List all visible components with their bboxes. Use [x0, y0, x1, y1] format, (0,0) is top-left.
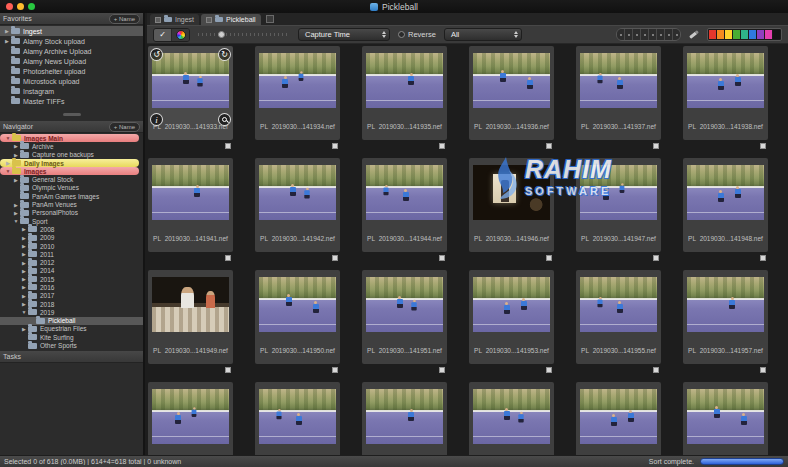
disclosure-icon[interactable]: ▶ — [21, 326, 27, 332]
thumbnail-cell[interactable]: PL_2019030...141946.nef — [469, 158, 554, 252]
selection-checkbox[interactable] — [546, 367, 552, 373]
photo-thumbnail[interactable] — [366, 165, 443, 220]
selection-checkbox[interactable] — [760, 367, 766, 373]
favorites-item[interactable]: Microstock upload — [0, 76, 143, 86]
disclosure-icon[interactable]: ▶ — [4, 28, 10, 34]
tree-item[interactable]: ▶2016 — [0, 283, 143, 291]
tree-item[interactable]: ▶2017 — [0, 292, 143, 300]
favorites-scrollbar[interactable] — [0, 107, 143, 121]
tree-item[interactable]: ▶2018 — [0, 300, 143, 308]
rating-segment-button[interactable] — [617, 29, 625, 40]
disclosure-icon[interactable]: ▶ — [13, 202, 19, 208]
disclosure-icon[interactable]: ▼ — [21, 309, 27, 315]
tree-item[interactable]: Pickleball — [0, 317, 143, 325]
photo-thumbnail[interactable] — [259, 165, 336, 220]
thumbnail-cell[interactable]: PL_2019030...141938.nef — [683, 46, 768, 140]
favorites-item[interactable]: Photoshelter upload — [0, 66, 143, 76]
photo-thumbnail[interactable] — [580, 389, 657, 444]
thumbnail-cell[interactable]: PL_2019030...141934.nef — [255, 46, 340, 140]
color-class-swatch[interactable] — [749, 30, 756, 39]
color-class-swatch[interactable] — [773, 30, 780, 39]
thumbnail-cell[interactable]: PL_2019030...141951.nef — [362, 270, 447, 364]
select-check-button[interactable]: ✓ — [154, 29, 171, 41]
favorites-item[interactable]: Alamy News Upload — [0, 56, 143, 66]
thumbnail-size-slider[interactable] — [198, 30, 290, 39]
disclosure-icon[interactable]: ▶ — [13, 210, 19, 216]
selection-checkbox[interactable] — [546, 143, 552, 149]
photo-thumbnail[interactable] — [152, 53, 229, 108]
rating-segment-button[interactable] — [673, 29, 680, 40]
tree-item[interactable]: Kite Surfing — [0, 333, 143, 341]
selection-checkbox[interactable] — [439, 255, 445, 261]
photo-thumbnail[interactable] — [687, 389, 764, 444]
photo-thumbnail[interactable] — [366, 389, 443, 444]
photo-thumbnail[interactable] — [687, 165, 764, 220]
photo-thumbnail[interactable] — [366, 277, 443, 332]
photo-thumbnail[interactable] — [580, 165, 657, 220]
magnify-button[interactable] — [218, 113, 231, 126]
selection-checkbox[interactable] — [439, 143, 445, 149]
thumbnail-cell[interactable]: PL_2019030...141953.nef — [469, 270, 554, 364]
color-wheel-button[interactable] — [171, 29, 189, 41]
rating-segment-button[interactable] — [633, 29, 641, 40]
tree-item[interactable]: ▶2009 — [0, 234, 143, 242]
tree-item[interactable]: ▶2014 — [0, 267, 143, 275]
photo-thumbnail[interactable] — [473, 165, 550, 220]
tree-item[interactable]: ▼Sport — [0, 217, 143, 225]
selection-checkbox[interactable] — [225, 367, 231, 373]
thumbnail-cell[interactable]: PL_2019030...141957.nef — [683, 270, 768, 364]
photo-thumbnail[interactable] — [259, 277, 336, 332]
disclosure-icon[interactable]: ▶ — [5, 160, 11, 166]
disclosure-icon[interactable]: ▶ — [21, 301, 27, 307]
navigator-add-button[interactable]: + Name — [109, 122, 140, 132]
selection-checkbox[interactable] — [225, 255, 231, 261]
tree-item[interactable]: ▶Equestrian Files — [0, 325, 143, 333]
disclosure-icon[interactable]: ▶ — [4, 38, 10, 44]
tab-pickleball[interactable]: Pickleball — [201, 14, 261, 25]
rating-segment-button[interactable] — [665, 29, 673, 40]
rating-segment-button[interactable] — [625, 29, 633, 40]
disclosure-icon[interactable]: ▶ — [21, 268, 27, 274]
photo-thumbnail[interactable] — [152, 389, 229, 444]
tree-item[interactable]: ▶2015 — [0, 275, 143, 283]
disclosure-icon[interactable]: ▼ — [5, 135, 11, 141]
color-class-swatch[interactable] — [757, 30, 764, 39]
disclosure-icon[interactable]: ▶ — [21, 235, 27, 241]
tree-item[interactable]: ▶Daily Images — [0, 159, 139, 167]
disclosure-icon[interactable]: ▼ — [5, 168, 11, 174]
thumbnail-cell[interactable]: PL_2019030...141948.nef — [683, 158, 768, 252]
thumbnail-cell[interactable] — [469, 382, 554, 455]
selection-checkbox[interactable] — [332, 367, 338, 373]
favorites-add-button[interactable]: + Name — [109, 14, 140, 24]
thumbnail-cell[interactable]: PL_2019030...141944.nef — [362, 158, 447, 252]
tree-item[interactable]: ▶2012 — [0, 258, 143, 266]
color-class-swatch[interactable] — [717, 30, 724, 39]
selection-checkbox[interactable] — [332, 255, 338, 261]
thumbnail-cell[interactable] — [576, 382, 661, 455]
disclosure-icon[interactable]: ▶ — [21, 243, 27, 249]
tree-item[interactable]: ▶Capture one backups — [0, 151, 143, 159]
photo-thumbnail[interactable] — [152, 277, 229, 332]
thumbnail-cell[interactable] — [255, 382, 340, 455]
thumbnail-cell[interactable] — [683, 382, 768, 455]
tree-item[interactable]: ▼2019 — [0, 308, 143, 316]
reverse-checkbox[interactable] — [398, 31, 405, 38]
photo-thumbnail[interactable] — [687, 277, 764, 332]
photo-thumbnail[interactable] — [473, 389, 550, 444]
favorites-item[interactable]: Instagram — [0, 86, 143, 96]
rating-segment-button[interactable] — [657, 29, 665, 40]
slider-thumb[interactable] — [218, 31, 225, 38]
thumbnail-cell[interactable]: PL_2019030...141949.nef — [148, 270, 233, 364]
thumbnail-cell[interactable]: PL_2019030...141950.nef — [255, 270, 340, 364]
selection-checkbox[interactable] — [653, 143, 659, 149]
favorites-item[interactable]: ▶Ingest — [0, 26, 143, 36]
disclosure-icon[interactable]: ▶ — [13, 177, 19, 183]
photo-thumbnail[interactable] — [473, 277, 550, 332]
favorites-item[interactable]: Alamy Archive Upload — [0, 46, 143, 56]
thumbnail-cell[interactable]: PL_2019030...141937.nef — [576, 46, 661, 140]
color-class-swatch[interactable] — [741, 30, 748, 39]
tree-item[interactable]: ▶2010 — [0, 242, 143, 250]
thumbnail-cell[interactable]: PL_2019030...141935.nef — [362, 46, 447, 140]
disclosure-icon[interactable]: ▶ — [21, 293, 27, 299]
selection-checkbox[interactable] — [546, 255, 552, 261]
